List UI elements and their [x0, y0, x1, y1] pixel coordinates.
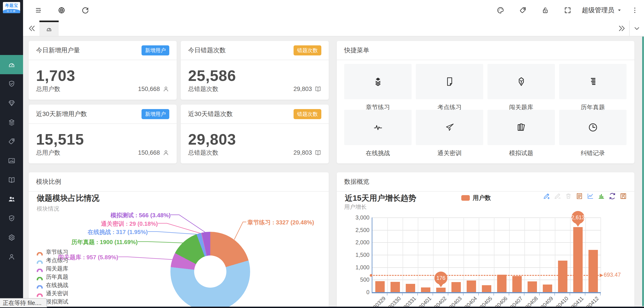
sidebar-item-settings[interactable]	[0, 228, 23, 247]
legend-label: 考点练习	[46, 257, 68, 264]
admin-dropdown[interactable]: 超级管理员	[582, 0, 622, 20]
toolbar-switch-line-icon[interactable]	[587, 192, 594, 200]
gridline	[570, 217, 570, 292]
pie-legend-item[interactable]: 考点练习	[37, 256, 68, 264]
layers-icon	[8, 119, 16, 126]
pie-legend-item[interactable]: 闯关题库	[37, 264, 68, 273]
pie-callout-label: 模拟测试 : 566 (3.48%)	[110, 211, 171, 219]
toolbar-save-image-icon[interactable]	[620, 192, 627, 200]
caret-down-icon	[617, 8, 622, 13]
book-icon	[314, 149, 321, 156]
language-globe-icon[interactable]	[57, 6, 66, 15]
legend-arc-marker	[37, 250, 43, 254]
sidebar-item-tags[interactable]	[0, 132, 23, 151]
quick-item-7[interactable]	[488, 110, 555, 145]
diamond-icon	[8, 99, 16, 107]
quick-item-5[interactable]	[344, 110, 412, 145]
sidebar-item-admins[interactable]	[0, 247, 23, 266]
quick-item-label: 模拟试题	[488, 149, 555, 157]
tabs-scroll-left-icon[interactable]	[28, 24, 36, 33]
legend-arc-marker	[37, 292, 43, 295]
y-axis-label: 1,000	[345, 264, 370, 271]
sidebar-item-audit[interactable]	[0, 209, 23, 228]
tag-icon[interactable]	[518, 6, 527, 15]
quick-item-8[interactable]	[559, 110, 626, 145]
more-menu-icon[interactable]	[630, 6, 639, 15]
tag-icon	[8, 138, 16, 145]
gridline	[388, 217, 388, 292]
pie-legend-item[interactable]: 在线挑战	[37, 281, 68, 289]
bar-20230403	[452, 282, 461, 292]
pie-legend-item[interactable]: 通关密训	[37, 289, 68, 298]
sidebar-item-chapters[interactable]	[0, 113, 23, 132]
theme-palette-icon[interactable]	[496, 6, 505, 15]
stack-icon	[373, 76, 383, 87]
tab-dashboard[interactable]	[40, 20, 59, 36]
quick-item-1[interactable]	[344, 64, 412, 99]
stat-footer-value: 29,803	[293, 86, 321, 93]
plane-icon	[444, 122, 455, 133]
pie-legend-item[interactable]: 历年真题	[37, 273, 68, 281]
toolbar-brush-clear-icon[interactable]	[565, 192, 572, 200]
toolbar-data-view-icon[interactable]	[576, 192, 583, 200]
bar-20230409	[543, 285, 552, 292]
series-swatch	[461, 195, 470, 201]
quick-item-6[interactable]	[416, 110, 483, 145]
gridline	[372, 230, 601, 230]
gridline	[448, 217, 449, 292]
bar-20230411	[573, 227, 583, 292]
y-axis-label: 3,000	[345, 214, 370, 221]
stat-card-badge: 新增用户	[142, 109, 169, 119]
legend-arc-marker	[37, 259, 43, 262]
sidebar-item-exams[interactable]	[0, 74, 23, 93]
stat-footer-value: 150,668	[138, 149, 169, 156]
sidebar-item-dashboard[interactable]	[0, 55, 23, 74]
bar-20230407	[512, 276, 522, 292]
toolbar-switch-bar-icon[interactable]	[598, 192, 605, 200]
bar-20230402	[436, 288, 446, 292]
page-scrollbar[interactable]	[642, 36, 644, 306]
legend-label: 章节练习	[46, 248, 68, 256]
stat-footer-value: 150,668	[138, 86, 169, 93]
bar-legend-item[interactable]: 用户数	[461, 194, 491, 202]
sidebar-item-banners[interactable]	[0, 151, 23, 170]
sidebar-item-question-bank[interactable]	[0, 170, 23, 189]
x-axis-tick	[524, 293, 524, 296]
quick-item-3[interactable]	[488, 64, 555, 99]
pie-legend-item[interactable]: 章节练习	[37, 248, 68, 256]
bar-20230410	[558, 261, 568, 292]
book-icon	[314, 86, 321, 92]
legend-arc-marker	[37, 283, 43, 287]
pie-callout-label: 历年真题 : 1900 (11.69%)	[72, 238, 138, 246]
tabs-scroll-right-icon[interactable]	[618, 24, 626, 33]
bar-20230331	[406, 284, 415, 292]
menu-fold-icon[interactable]	[34, 6, 43, 15]
legend-label: 在线挑战	[46, 281, 68, 289]
overview-card-title: 数据概览	[344, 177, 369, 186]
gridline	[555, 217, 555, 292]
fullscreen-icon[interactable]	[563, 6, 572, 15]
x-axis-tick	[432, 293, 433, 296]
tabs-menu[interactable]	[629, 20, 644, 36]
bar-20230404	[467, 281, 476, 292]
y-axis-label: 1,500	[345, 252, 370, 258]
average-line-label: 693.47	[604, 272, 621, 278]
quick-item-label: 纠错记录	[559, 149, 626, 157]
quick-item-4[interactable]	[559, 64, 626, 99]
toolbar-brush-add-icon[interactable]	[543, 192, 550, 200]
toolbar-restore-icon[interactable]	[608, 192, 616, 200]
sidebar-item-users[interactable]	[0, 189, 23, 209]
app-logo[interactable]: 考题宝 社工师	[3, 2, 20, 13]
gridline	[372, 242, 601, 243]
dashboard-tab-icon	[46, 26, 52, 32]
stat-card-0: 今日新增用户量新增用户1,703总用户数150,668	[29, 41, 177, 100]
refresh-icon[interactable]	[81, 6, 90, 15]
stat-card-value: 29,803	[188, 131, 236, 148]
sidebar-item-membership[interactable]	[0, 93, 23, 113]
toolbar-brush-remove-icon[interactable]	[554, 192, 561, 200]
bar-plot-area[interactable]: 1762,613	[372, 217, 601, 293]
gridline	[540, 217, 540, 292]
legend-label: 模拟测试	[46, 298, 68, 305]
unlock-icon[interactable]	[541, 6, 550, 15]
quick-item-2[interactable]	[416, 64, 483, 99]
